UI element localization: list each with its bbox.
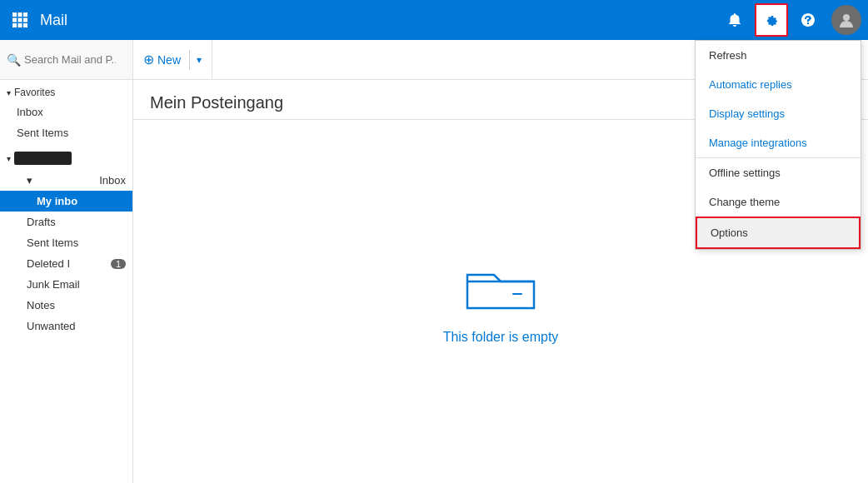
topbar: Mail [0, 0, 868, 40]
svg-rect-0 [12, 12, 17, 17]
app-title: Mail [40, 12, 718, 29]
sent-items2-label: Sent Items [27, 237, 78, 249]
dropdown-item-refresh[interactable]: Refresh [696, 41, 861, 70]
favorites-label: Favorites [14, 87, 55, 98]
dropdown-item-offline-settings[interactable]: Offline settings [696, 158, 861, 187]
settings-button[interactable] [755, 3, 788, 37]
inbox-sub-label: Inbox [99, 174, 126, 187]
inbox-sub-chevron: ▾ [27, 174, 32, 187]
topbar-actions [718, 3, 861, 37]
favorites-header[interactable]: ▾ Favorites [0, 80, 132, 102]
sidebar-item-sent-items-fav[interactable]: Sent Items [0, 122, 132, 143]
svg-rect-1 [18, 12, 22, 17]
svg-point-9 [843, 14, 850, 21]
empty-folder-text: This folder is empty [443, 330, 559, 345]
favorites-chevron: ▾ [7, 88, 11, 97]
deleted-badge: 1 [111, 259, 126, 269]
sidebar-item-unwanted[interactable]: Unwanted [0, 316, 132, 336]
dropdown-item-options[interactable]: Options [696, 217, 861, 249]
svg-rect-3 [12, 18, 17, 22]
junk-label: Junk Email [27, 278, 80, 291]
redacted-label [14, 152, 72, 165]
deleted-label: Deleted I [27, 257, 70, 270]
help-button[interactable] [791, 3, 825, 37]
folder-title: Mein Posteingang [150, 93, 283, 112]
new-divider [189, 50, 190, 70]
inbox-label: Inbox [17, 106, 43, 118]
svg-rect-4 [18, 18, 22, 22]
dropdown-item-display-settings[interactable]: Display settings [696, 99, 861, 128]
redacted-chevron: ▾ [7, 154, 11, 163]
dropdown-item-manage-integrations[interactable]: Manage integrations [696, 128, 861, 157]
sidebar-item-sent-items2[interactable]: Sent Items [0, 232, 132, 253]
sidebar-item-inbox[interactable]: Inbox [0, 102, 132, 122]
sidebar-item-inbox-sub[interactable]: ▾ Inbox [0, 170, 132, 191]
bell-button[interactable] [718, 3, 751, 37]
search-input[interactable] [24, 53, 116, 66]
search-icon: 🔍 [7, 53, 21, 67]
svg-rect-7 [18, 23, 22, 27]
sidebar: ▾ Favorites Inbox Sent Items ▾ ▾ Inbox M… [0, 80, 133, 483]
sidebar-item-drafts[interactable]: Drafts [0, 212, 132, 232]
sent-items-fav-label: Sent Items [17, 127, 68, 139]
new-button[interactable]: ⊕ New ▾ [133, 40, 212, 79]
sidebar-item-junk[interactable]: Junk Email [0, 274, 132, 295]
drafts-label: Drafts [27, 216, 56, 228]
plus-icon: ⊕ [143, 52, 154, 67]
notes-label: Notes [27, 299, 55, 311]
empty-folder-icon [459, 258, 542, 316]
dropdown-item-change-theme[interactable]: Change theme [696, 187, 861, 217]
sidebar-item-my-inbox[interactable]: My inbo [0, 191, 132, 212]
svg-rect-2 [23, 12, 27, 17]
svg-rect-5 [23, 18, 27, 22]
user-avatar[interactable] [831, 5, 861, 35]
redacted-header[interactable]: ▾ [0, 143, 132, 170]
my-inbox-label: My inbo [37, 195, 77, 207]
svg-rect-8 [23, 23, 27, 27]
svg-rect-6 [12, 23, 17, 27]
chevron-down-icon: ▾ [197, 54, 202, 66]
settings-dropdown: Refresh Automatic replies Display settin… [695, 40, 861, 250]
new-label: New [157, 53, 181, 67]
unwanted-label: Unwanted [27, 320, 76, 332]
sidebar-item-notes[interactable]: Notes [0, 295, 132, 316]
search-box[interactable]: 🔍 [0, 40, 133, 79]
sidebar-item-deleted[interactable]: Deleted I 1 [0, 253, 132, 274]
app-launcher-icon[interactable] [7, 7, 33, 33]
dropdown-item-automatic-replies[interactable]: Automatic replies [696, 70, 861, 99]
